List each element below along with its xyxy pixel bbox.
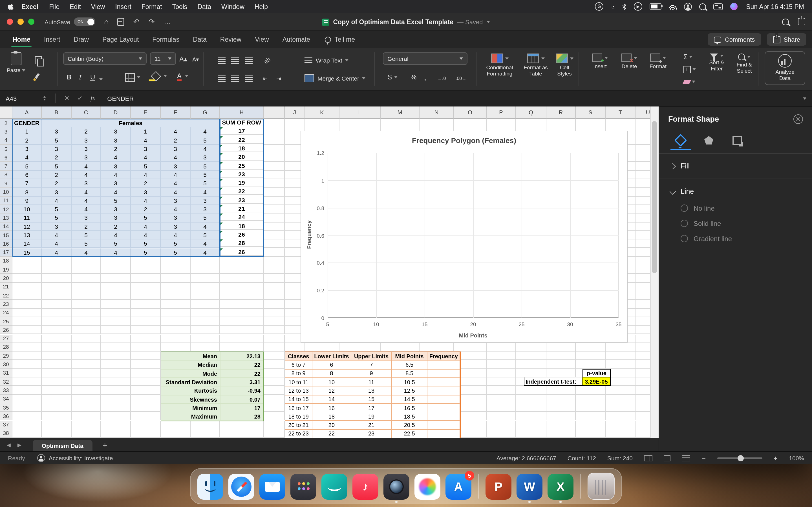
cell-I20[interactable]: [264, 274, 285, 283]
name-box[interactable]: A43: [0, 91, 41, 106]
cell-E38[interactable]: [131, 429, 161, 438]
cell-G25[interactable]: [191, 317, 220, 326]
cell-B12[interactable]: 5: [42, 205, 71, 214]
cell-F37[interactable]: [161, 420, 191, 429]
row-header-36[interactable]: 36: [0, 412, 12, 420]
cell-R36[interactable]: [546, 412, 576, 420]
cell-F38[interactable]: [161, 429, 191, 438]
cell-G14[interactable]: 4: [191, 222, 220, 231]
print-icon[interactable]: [117, 18, 124, 25]
cell-C21[interactable]: [71, 283, 101, 291]
cell-I17[interactable]: [264, 248, 285, 257]
menu-item-insert[interactable]: Insert: [115, 3, 132, 10]
expand-formula-bar-icon[interactable]: [803, 97, 806, 100]
cell-T37[interactable]: [606, 420, 636, 429]
cell-G29[interactable]: [191, 351, 220, 360]
page-break-view-button[interactable]: [682, 455, 690, 461]
cell-T29[interactable]: [606, 351, 636, 360]
cell-C10[interactable]: 4: [71, 188, 101, 196]
cell-B23[interactable]: [42, 300, 71, 309]
cell-D24[interactable]: [101, 308, 131, 317]
cell-A31[interactable]: [12, 369, 42, 378]
share-button[interactable]: Share: [767, 33, 806, 46]
row-header-24[interactable]: 24: [0, 308, 12, 317]
cell-P38[interactable]: [487, 429, 516, 438]
cell-K36[interactable]: [305, 412, 340, 420]
dock-mail-icon[interactable]: [259, 474, 285, 500]
row-header-38[interactable]: 38: [0, 429, 12, 438]
page-layout-view-button[interactable]: [664, 455, 670, 461]
cell-I5[interactable]: [264, 145, 285, 154]
cell-N31[interactable]: [419, 369, 454, 378]
line-option-solid-line[interactable]: Solid line: [659, 216, 812, 231]
cell-F7[interactable]: 3: [161, 162, 191, 171]
cell-H36[interactable]: [220, 412, 264, 420]
line-option-gradient-line[interactable]: Gradient line: [659, 231, 812, 246]
cell-A12[interactable]: 10: [12, 205, 42, 214]
cell-C11[interactable]: 4: [71, 196, 101, 205]
cell-R33[interactable]: [546, 386, 576, 395]
cell-T36[interactable]: [606, 412, 636, 420]
cell-E33[interactable]: [131, 386, 161, 395]
cell-styles-button[interactable]: Cell Styles: [552, 54, 577, 77]
cell-H15[interactable]: 26: [220, 231, 264, 238]
cell-D26[interactable]: [101, 326, 131, 334]
cell-J36[interactable]: [285, 412, 305, 420]
font-name-select[interactable]: Calibri (Body): [63, 52, 147, 65]
size-properties-tab[interactable]: [727, 132, 747, 150]
cell-S33[interactable]: [576, 386, 606, 395]
cell-S29[interactable]: [576, 351, 606, 360]
dock-word-icon[interactable]: W: [516, 474, 543, 500]
cell-E34[interactable]: [131, 395, 161, 403]
cell-H21[interactable]: [220, 283, 264, 291]
align-right-button[interactable]: [245, 73, 253, 84]
row-header-27[interactable]: 27: [0, 334, 12, 343]
orientation-button[interactable]: ab: [261, 54, 273, 67]
cell-C28[interactable]: [71, 343, 101, 352]
cell-E32[interactable]: [131, 378, 161, 386]
menu-item-tools[interactable]: Tools: [172, 3, 188, 10]
ribbon-tab-review[interactable]: Review: [213, 31, 248, 48]
cell-H38[interactable]: [220, 429, 264, 438]
borders-button[interactable]: [125, 71, 140, 83]
cell-F10[interactable]: 4: [161, 188, 191, 196]
user-icon[interactable]: [684, 3, 692, 10]
cell-Q30[interactable]: [516, 360, 546, 369]
zoom-slider-thumb[interactable]: [737, 455, 744, 461]
cell-R34[interactable]: [546, 395, 576, 403]
fill-section-header[interactable]: Fill: [659, 157, 812, 175]
dock-excel-icon[interactable]: X: [548, 474, 573, 500]
cell-P34[interactable]: [487, 395, 516, 403]
cell-A20[interactable]: [12, 274, 42, 283]
cell-H26[interactable]: [220, 326, 264, 334]
column-header-J[interactable]: J: [285, 107, 305, 119]
underline-menu[interactable]: [99, 74, 103, 85]
cell-B8[interactable]: 2: [42, 171, 71, 179]
ribbon-tab-automate[interactable]: Automate: [276, 31, 317, 48]
cell-F11[interactable]: 3: [161, 196, 191, 205]
cell-R28[interactable]: [546, 343, 576, 352]
cell-D28[interactable]: [101, 343, 131, 352]
cell-A21[interactable]: [12, 283, 42, 291]
column-header-E[interactable]: E: [131, 107, 161, 119]
confirm-entry-icon[interactable]: ✓: [77, 95, 82, 102]
more-toolbar-icon[interactable]: …: [163, 18, 171, 25]
cell-C6[interactable]: 3: [71, 153, 101, 162]
spotlight-search-icon[interactable]: [699, 3, 706, 10]
cell-N34[interactable]: [419, 395, 454, 403]
cell-Q34[interactable]: [516, 395, 546, 403]
cell-C15[interactable]: 5: [71, 231, 101, 240]
ribbon-tab-insert[interactable]: Insert: [37, 31, 67, 48]
cell-F30[interactable]: [161, 360, 191, 369]
cell-G13[interactable]: 5: [191, 214, 220, 223]
search-icon[interactable]: [782, 18, 789, 25]
cell-S28[interactable]: [576, 343, 606, 352]
cell-H14[interactable]: 18: [220, 222, 264, 230]
cell-G9[interactable]: 5: [191, 179, 220, 188]
insert-cells-button[interactable]: Insert: [587, 54, 613, 70]
cell-B4[interactable]: 5: [42, 136, 71, 145]
column-header-N[interactable]: N: [419, 107, 454, 119]
cell-G20[interactable]: [191, 274, 220, 283]
cell-I27[interactable]: [264, 334, 285, 343]
cell-N2[interactable]: [419, 119, 454, 128]
